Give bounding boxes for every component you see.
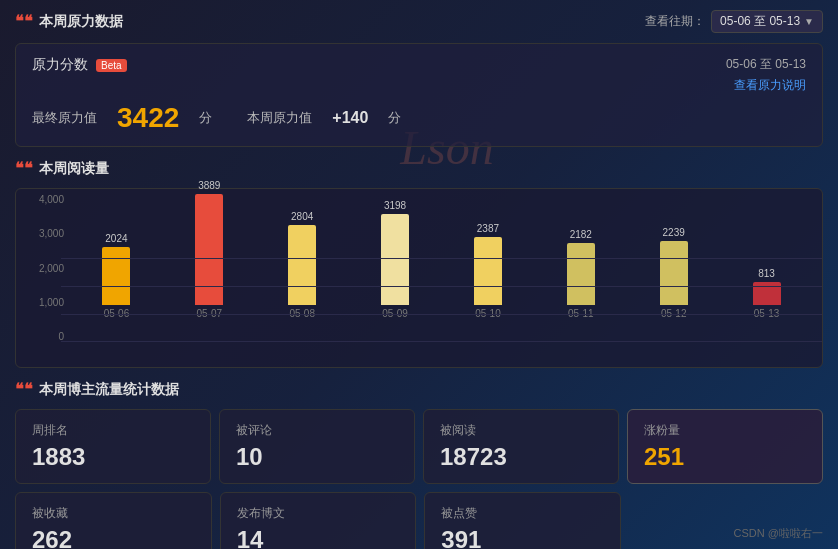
stat-label-bot-0: 被收藏 (32, 505, 195, 522)
y-label-3000: 3,000 (26, 228, 64, 239)
bar-05-09 (381, 214, 409, 305)
power-score-title: 原力分数 (32, 56, 88, 74)
traffic-title-label: 本周博主流量统计数据 (39, 381, 179, 399)
chart-container: 4,000 3,000 2,000 1,000 0 2024 05-06 388… (15, 188, 823, 368)
power-final-unit: 分 (199, 109, 212, 127)
stat-card-top-3: 涨粉量 251 (627, 409, 823, 484)
bar-05-08 (288, 225, 316, 305)
section-title-label: 本周原力数据 (39, 13, 123, 31)
traffic-section: ❝❝ 本周博主流量统计数据 周排名 1883 被评论 10 被阅读 18723 … (15, 380, 823, 549)
bar-value-05-06: 2024 (105, 233, 127, 244)
power-week-unit: 分 (388, 109, 401, 127)
stat-card-top-2: 被阅读 18723 (423, 409, 619, 484)
bar-group-05-10: 2387 05-10 (448, 223, 529, 319)
bar-group-05-12: 2239 05-12 (633, 227, 714, 319)
stat-card-bottom-2: 被点赞 391 (424, 492, 621, 549)
bar-value-05-13: 813 (758, 268, 775, 279)
traffic-title: ❝❝ 本周博主流量统计数据 (15, 380, 179, 399)
bar-05-11 (567, 243, 595, 305)
reading-header: ❝❝ 本周阅读量 (15, 159, 823, 178)
bar-value-05-11: 2182 (570, 229, 592, 240)
stat-label-bot-1: 发布博文 (237, 505, 400, 522)
grid-line-2 (61, 286, 822, 287)
bars-wrapper: 2024 05-06 3889 05-07 2804 05-08 3198 05… (76, 204, 807, 319)
bar-group-05-11: 2182 05-11 (540, 229, 621, 319)
power-final-label: 最终原力值 (32, 109, 97, 127)
section-header-power: ❝❝ 本周原力数据 查看往期： 05-06 至 05-13 ▼ (15, 10, 823, 33)
stat-card-top-0: 周排名 1883 (15, 409, 211, 484)
reading-icon: ❝❝ (15, 159, 33, 178)
reading-title-label: 本周阅读量 (39, 160, 109, 178)
power-week-label: 本周原力值 (247, 109, 312, 127)
grid-line-3 (61, 314, 822, 315)
grid-line-4 (61, 341, 822, 342)
date-range-selector[interactable]: 查看往期： 05-06 至 05-13 ▼ (645, 10, 823, 33)
y-label-2000: 2,000 (26, 263, 64, 274)
bar-05-06 (102, 247, 130, 305)
stat-label-3: 涨粉量 (644, 422, 806, 439)
bar-05-10 (474, 237, 502, 305)
power-date: 05-06 至 05-13 (726, 56, 806, 73)
date-label: 查看往期： (645, 13, 705, 30)
section-icon-power: ❝❝ (15, 12, 33, 31)
power-week-change: +140 (332, 109, 368, 127)
bar-value-05-10: 2387 (477, 223, 499, 234)
stats-grid-bottom: 被收藏 262 发布博文 14 被点赞 391 (15, 492, 621, 549)
power-explain-link[interactable]: 查看原力说明 (734, 77, 806, 94)
bar-value-05-08: 2804 (291, 211, 313, 222)
watermark: CSDN @啦啦右一 (734, 526, 823, 541)
power-label: 原力分数 Beta (32, 56, 127, 74)
reading-title: ❝❝ 本周阅读量 (15, 159, 109, 178)
y-label-1000: 1,000 (26, 297, 64, 308)
stat-value-1: 10 (236, 443, 398, 471)
bar-group-05-08: 2804 05-08 (262, 211, 343, 319)
power-card-header: 原力分数 Beta 05-06 至 05-13 查看原力说明 (32, 56, 806, 94)
stat-value-3: 251 (644, 443, 806, 471)
stat-value-2: 18723 (440, 443, 602, 471)
stat-label-1: 被评论 (236, 422, 398, 439)
bar-group-05-13: 813 05-13 (726, 268, 807, 319)
traffic-header: ❝❝ 本周博主流量统计数据 (15, 380, 823, 399)
traffic-icon: ❝❝ (15, 380, 33, 399)
stat-label-2: 被阅读 (440, 422, 602, 439)
bar-value-05-12: 2239 (663, 227, 685, 238)
power-score-card: 原力分数 Beta 05-06 至 05-13 查看原力说明 最终原力值 342… (15, 43, 823, 147)
bar-05-07 (195, 194, 223, 305)
stat-value-bot-1: 14 (237, 526, 400, 549)
chevron-down-icon: ▼ (804, 16, 814, 27)
bar-group-05-06: 2024 05-06 (76, 233, 157, 319)
section-title-power: ❝❝ 本周原力数据 (15, 12, 123, 31)
y-label-4000: 4,000 (26, 194, 64, 205)
bar-group-05-07: 3889 05-07 (169, 180, 250, 319)
bar-05-12 (660, 241, 688, 305)
bar-group-05-09: 3198 05-09 (355, 200, 436, 319)
power-values: 最终原力值 3422 分 本周原力值 +140 分 (32, 102, 806, 134)
stat-label-bot-2: 被点赞 (441, 505, 604, 522)
stat-label-0: 周排名 (32, 422, 194, 439)
stat-card-bottom-1: 发布博文 14 (220, 492, 417, 549)
beta-badge: Beta (96, 59, 127, 72)
date-range-box[interactable]: 05-06 至 05-13 ▼ (711, 10, 823, 33)
stat-value-0: 1883 (32, 443, 194, 471)
stat-card-top-1: 被评论 10 (219, 409, 415, 484)
power-final-value: 3422 (117, 102, 179, 134)
bar-value-05-07: 3889 (198, 180, 220, 191)
bar-value-05-09: 3198 (384, 200, 406, 211)
y-label-0: 0 (26, 331, 64, 342)
reading-section: ❝❝ 本周阅读量 4,000 3,000 2,000 1,000 0 2024 (15, 159, 823, 368)
stat-value-bot-2: 391 (441, 526, 604, 549)
grid-line-1 (61, 258, 822, 259)
stat-value-bot-0: 262 (32, 526, 195, 549)
stats-grid-top: 周排名 1883 被评论 10 被阅读 18723 涨粉量 251 (15, 409, 823, 484)
stat-card-bottom-0: 被收藏 262 (15, 492, 212, 549)
date-range-value: 05-06 至 05-13 (720, 13, 800, 30)
